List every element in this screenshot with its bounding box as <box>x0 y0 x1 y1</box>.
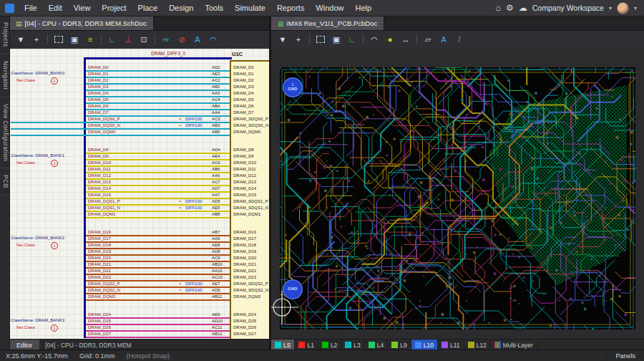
gnd-badge-top[interactable]: 1 GND <box>283 77 303 97</box>
net-label[interactable]: DRAM_D18 <box>88 243 111 248</box>
net-label[interactable]: DRAM_D16 <box>88 230 111 235</box>
net-label[interactable]: DRAM_DQM2 <box>88 294 115 299</box>
net-label[interactable]: DRAM_D3 <box>88 85 109 90</box>
copy-icon[interactable]: ▣ <box>67 33 82 46</box>
net-label[interactable]: DRAM_D17 <box>88 236 111 241</box>
align-icon[interactable]: ≡ <box>83 33 97 46</box>
net-label[interactable]: DRAM_D25 <box>88 319 111 324</box>
net-label[interactable]: DRAM_D23 <box>88 275 111 280</box>
workspace-label[interactable]: Company Workspace <box>532 4 604 12</box>
menu-item-project[interactable]: Project <box>96 0 132 16</box>
filter-icon[interactable]: ▼ <box>275 33 290 46</box>
schematic-canvas[interactable]: DRAM_DIFF3_0U1CClassName: DRAM_BANK0Net … <box>9 49 269 340</box>
arc-icon[interactable]: ◠ <box>206 33 220 46</box>
net-label[interactable]: DRAM_DQS1_N <box>88 206 120 211</box>
sidebar-tab-view-configuration[interactable]: View Configuration <box>0 97 9 168</box>
gnd-icon[interactable]: ⊥ <box>121 33 135 46</box>
net-label[interactable]: DRAM_D14 <box>88 186 111 191</box>
net-label[interactable]: DRAM_DQS2_P <box>88 281 120 287</box>
panels-button[interactable]: Panels <box>606 350 644 361</box>
workspace-caret-icon[interactable]: ▾ <box>609 5 612 11</box>
layer-tab-l4[interactable]: L4 <box>365 340 388 350</box>
net-class-label[interactable]: Net Class <box>16 243 35 248</box>
net-label[interactable]: DRAM_D1 <box>88 72 109 77</box>
arc-icon[interactable]: ◠ <box>367 33 381 46</box>
schematic-wire[interactable] <box>11 135 230 136</box>
net-label[interactable]: DRAM_DQM1 <box>88 212 115 217</box>
avatar-caret-icon[interactable]: ▾ <box>634 5 637 11</box>
text-icon[interactable]: A <box>436 33 451 46</box>
filter-icon[interactable]: ▼ <box>14 33 28 46</box>
net-label[interactable]: DRAM_D4 <box>88 91 109 96</box>
layer-tab-l3[interactable]: L3 <box>341 340 364 350</box>
home-icon[interactable]: ⌂ <box>496 3 501 13</box>
polygon-icon[interactable]: ▱ <box>421 33 435 46</box>
sidebar-tab-projects[interactable]: Projects <box>0 16 9 54</box>
part-icon[interactable]: ⊡ <box>137 33 151 46</box>
net-class-label[interactable]: Net Class <box>16 78 35 83</box>
move-icon[interactable]: + <box>291 33 306 46</box>
sidebar-tab-pcb[interactable]: PCB <box>0 168 9 196</box>
bus-horizontal[interactable] <box>84 57 232 59</box>
schematic-wire[interactable] <box>86 299 230 301</box>
menu-item-window[interactable]: Window <box>310 0 349 16</box>
measure-icon[interactable]: ↔ <box>399 33 413 46</box>
union-icon[interactable]: ▣ <box>329 33 343 46</box>
app-icon[interactable] <box>5 4 14 13</box>
menu-item-tools[interactable]: Tools <box>199 0 229 16</box>
menu-item-file[interactable]: File <box>19 0 43 16</box>
net-label[interactable]: DRAM_D0 <box>88 65 109 70</box>
net-label[interactable]: DRAM_D27 <box>88 332 111 337</box>
net-label[interactable]: DRAM_D10 <box>88 160 111 165</box>
net-label[interactable]: DRAM_D2 <box>88 78 109 83</box>
layer-tab-l2[interactable]: L2 <box>318 340 341 350</box>
net-label[interactable]: DRAM_D24 <box>88 312 111 317</box>
wire-icon[interactable]: ∟ <box>105 33 119 46</box>
layer-tab-ls[interactable]: LS <box>271 340 295 350</box>
layer-tab-multi-layer[interactable]: Multi-Layer <box>491 340 537 350</box>
text-icon[interactable]: A <box>190 33 205 46</box>
net-label[interactable]: DRAM_D15 <box>88 193 111 198</box>
layer-tab-l1[interactable]: L1 <box>295 340 318 350</box>
schdoc-tab[interactable]: ▤ [04] - CPU - DDR3, DDR3 MEM.SchDoc <box>9 16 154 30</box>
menu-item-reports[interactable]: Reports <box>271 0 311 16</box>
net-label[interactable]: DRAM_D9 <box>88 154 109 159</box>
net-label[interactable]: DRAM_D6 <box>88 104 109 109</box>
net-label[interactable]: DRAM_D13 <box>88 180 111 185</box>
net-label[interactable]: DRAM_D22 <box>88 269 111 274</box>
net-label[interactable]: DRAM_DQM0 <box>88 130 115 135</box>
avatar[interactable] <box>617 2 629 14</box>
route-icon[interactable]: ∟ <box>345 33 359 46</box>
schematic-wire[interactable] <box>86 337 230 338</box>
select-area-icon[interactable] <box>52 33 66 46</box>
pcbdoc-tab[interactable]: ▦ iMX6 Rex_V1I1_PCB.PcbDoc <box>271 16 384 30</box>
sidebar-tab-navigator[interactable]: Navigator <box>0 54 9 97</box>
menu-item-view[interactable]: View <box>68 0 97 16</box>
net-label[interactable]: DRAM_D20 <box>88 256 111 261</box>
pcb-canvas-area[interactable]: 1 GND GND <box>271 49 644 340</box>
net-label[interactable]: DRAM_D19 <box>88 249 111 254</box>
net-label[interactable]: DRAM_D12 <box>88 173 111 178</box>
net-label[interactable]: DRAM_D5 <box>88 97 109 102</box>
layer-tab-l10[interactable]: L10 <box>411 340 438 350</box>
net-label[interactable]: DRAM_DQS2_N <box>88 288 120 293</box>
no-erc-icon[interactable]: ⊘ <box>175 33 189 46</box>
editor-tab[interactable]: Editor <box>9 340 39 350</box>
schematic-wire[interactable] <box>86 217 230 218</box>
net-label[interactable]: DRAM_DQS1_P <box>88 199 120 204</box>
layer-tab-l12[interactable]: L12 <box>464 340 491 350</box>
net-label[interactable]: DRAM_D11 <box>88 167 111 172</box>
pcb-canvas[interactable] <box>271 49 644 340</box>
line-icon[interactable]: / <box>452 33 467 46</box>
layer-tab-l11[interactable]: L11 <box>438 340 464 350</box>
menu-item-simulate[interactable]: Simulate <box>229 0 271 16</box>
net-label[interactable]: DRAM_DQS0_P <box>88 117 120 122</box>
menu-item-design[interactable]: Design <box>163 0 199 16</box>
schematic-wire[interactable] <box>11 128 230 130</box>
net-label[interactable]: DRAM_D8 <box>88 148 109 153</box>
layer-tab-l9[interactable]: L9 <box>388 340 411 350</box>
harness-icon[interactable]: Hr <box>159 33 173 46</box>
net-class-label[interactable]: Net Class <box>16 160 35 165</box>
settings-gear-icon[interactable]: ⚙ <box>506 3 514 13</box>
menu-item-help[interactable]: Help <box>350 0 378 16</box>
